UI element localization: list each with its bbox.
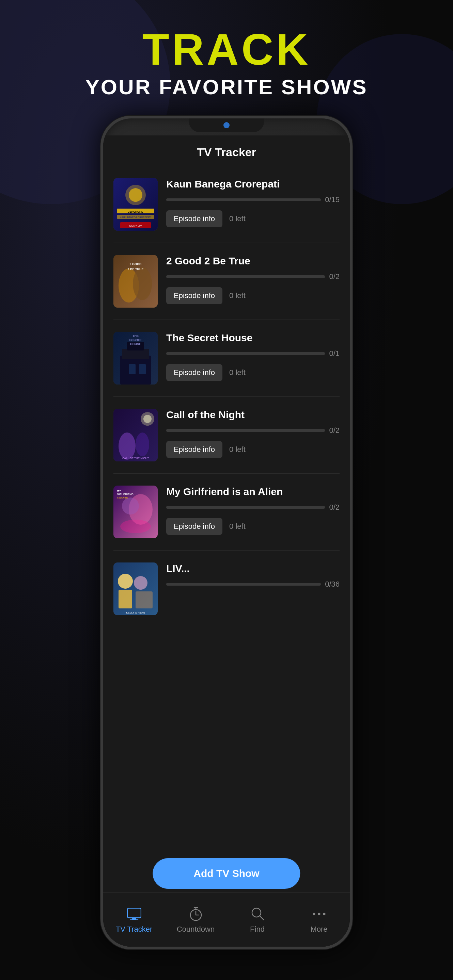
nav-label-find: Find	[250, 925, 265, 934]
episode-info-btn-secret[interactable]: Episode info	[166, 364, 222, 381]
progress-row-kbc: 0/15	[166, 195, 340, 204]
phone-notch	[189, 118, 264, 132]
svg-rect-18	[129, 364, 136, 374]
svg-text:is an Alien: is an Alien	[117, 496, 128, 499]
countdown-icon	[188, 906, 204, 922]
svg-text:GIRLFRIEND: GIRLFRIEND	[117, 493, 134, 496]
shows-list[interactable]: 710 CRORE KAUN BANEGA CROREPATI SONY LIV…	[103, 166, 350, 920]
svg-point-52	[313, 913, 315, 915]
progress-row-2good: 0/2	[166, 272, 340, 281]
left-text-alien: 0 left	[229, 522, 246, 531]
progress-row-live: 0/36	[166, 580, 340, 589]
svg-rect-37	[118, 590, 132, 608]
progress-row-night: 0/2	[166, 426, 340, 435]
nav-item-find[interactable]: Find	[234, 906, 281, 934]
progress-bar-bg-live	[166, 583, 321, 585]
svg-point-38	[118, 574, 133, 589]
progress-bar-bg-secret	[166, 352, 325, 355]
nav-item-tv-tracker[interactable]: TV Tracker	[110, 906, 158, 934]
show-info-secret: The Secret House 0/1 Episode info 0 left	[166, 332, 340, 381]
show-actions-kbc: Episode info 0 left	[166, 210, 340, 227]
header-subtitle: YOUR FAVORITE SHOWS	[0, 75, 453, 99]
app-title: TV Tracker	[103, 146, 350, 159]
progress-bar-bg-night	[166, 429, 325, 432]
bottom-nav: TV Tracker Countdown	[103, 892, 350, 947]
svg-point-32	[120, 520, 151, 533]
show-info-2good: 2 Good 2 Be True 0/2 Episode info 0 left	[166, 255, 340, 304]
show-thumbnail-night: CALL OF THE NIGHT	[113, 409, 158, 461]
svg-text:MY: MY	[117, 489, 121, 492]
show-actions-2good: Episode info 0 left	[166, 287, 340, 304]
more-icon	[311, 906, 327, 922]
svg-point-53	[318, 913, 320, 915]
svg-point-2	[129, 188, 142, 202]
svg-point-31	[122, 498, 139, 514]
progress-text-night: 0/2	[329, 426, 340, 435]
svg-text:KAUN BANEGA CROREPATI: KAUN BANEGA CROREPATI	[120, 216, 151, 218]
show-item-secret: THE SECRET HOUSE The Secret House 0/1 E	[113, 320, 340, 397]
progress-bar-bg-alien	[166, 506, 325, 509]
progress-text-secret: 0/1	[329, 349, 340, 358]
show-item-alien: MY GIRLFRIEND is an Alien My Girlfriend …	[113, 474, 340, 550]
svg-point-26	[118, 433, 136, 460]
svg-point-25	[144, 415, 152, 423]
svg-point-11	[133, 267, 152, 300]
svg-rect-19	[139, 364, 146, 374]
left-text-night: 0 left	[229, 445, 246, 454]
show-item-kbc: 710 CRORE KAUN BANEGA CROREPATI SONY LIV…	[113, 166, 340, 243]
svg-text:SECRET: SECRET	[129, 338, 142, 342]
show-thumbnail-alien: MY GIRLFRIEND is an Alien	[113, 485, 158, 538]
svg-point-27	[136, 433, 149, 456]
nav-label-more: More	[310, 925, 327, 934]
progress-text-alien: 0/2	[329, 503, 340, 512]
show-title-secret: The Secret House	[166, 332, 340, 344]
nav-label-countdown: Countdown	[177, 925, 215, 934]
show-title-kbc: Kaun Banega Crorepati	[166, 178, 340, 190]
show-thumbnail-secret: THE SECRET HOUSE	[113, 332, 158, 385]
svg-point-50	[252, 908, 261, 917]
episode-info-btn-night[interactable]: Episode info	[166, 441, 222, 458]
svg-point-54	[323, 913, 325, 915]
phone-frame: TV Tracker	[100, 116, 353, 950]
svg-text:CALL OF THE NIGHT: CALL OF THE NIGHT	[122, 457, 149, 460]
show-item-night: CALL OF THE NIGHT Call of the Night 0/2 …	[113, 397, 340, 474]
svg-text:THE: THE	[132, 334, 139, 337]
show-actions-night: Episode info 0 left	[166, 441, 340, 458]
episode-info-btn-alien[interactable]: Episode info	[166, 518, 222, 535]
show-item-live: KELLY & RYAN LIV... 0/36	[113, 550, 340, 627]
episode-info-btn-kbc[interactable]: Episode info	[166, 210, 222, 227]
app-title-bar: TV Tracker	[103, 135, 350, 166]
header-track-title: TRACK	[0, 27, 453, 72]
progress-row-secret: 0/1	[166, 349, 340, 358]
nav-item-more[interactable]: More	[295, 906, 343, 934]
progress-text-2good: 0/2	[329, 272, 340, 281]
left-text-2good: 0 left	[229, 291, 246, 300]
header-section: TRACK YOUR FAVORITE SHOWS	[0, 0, 453, 99]
nav-label-tv-tracker: TV Tracker	[116, 925, 153, 934]
svg-text:SONY LIV: SONY LIV	[129, 224, 142, 227]
nav-item-countdown[interactable]: Countdown	[172, 906, 220, 934]
svg-rect-40	[136, 592, 153, 608]
progress-text-live: 0/36	[325, 580, 340, 589]
add-tv-show-button[interactable]: Add TV Show	[153, 858, 300, 889]
svg-text:HOUSE: HOUSE	[130, 342, 141, 346]
svg-text:2 GOOD: 2 GOOD	[129, 262, 142, 266]
progress-text-kbc: 0/15	[325, 195, 340, 204]
show-title-alien: My Girlfriend is an Alien	[166, 485, 340, 498]
progress-bar-bg-kbc	[166, 198, 321, 201]
svg-rect-42	[128, 908, 141, 918]
left-text-kbc: 0 left	[229, 215, 246, 223]
svg-text:2 BE TRUE: 2 BE TRUE	[128, 267, 144, 271]
show-thumbnail-2good: 2 GOOD 2 BE TRUE	[113, 255, 158, 308]
svg-text:KELLY & RYAN: KELLY & RYAN	[126, 611, 145, 614]
phone-screen: TV Tracker	[103, 135, 350, 947]
show-info-kbc: Kaun Banega Crorepati 0/15 Episode info …	[166, 178, 340, 227]
show-item-2good: 2 GOOD 2 BE TRUE 2 Good 2 Be True 0/2 Ep…	[113, 243, 340, 320]
show-title-2good: 2 Good 2 Be True	[166, 255, 340, 267]
episode-info-btn-2good[interactable]: Episode info	[166, 287, 222, 304]
svg-point-39	[134, 576, 147, 590]
notch-camera	[223, 122, 230, 128]
show-actions-alien: Episode info 0 left	[166, 518, 340, 535]
show-info-alien: My Girlfriend is an Alien 0/2 Episode in…	[166, 485, 340, 535]
left-text-secret: 0 left	[229, 368, 246, 377]
